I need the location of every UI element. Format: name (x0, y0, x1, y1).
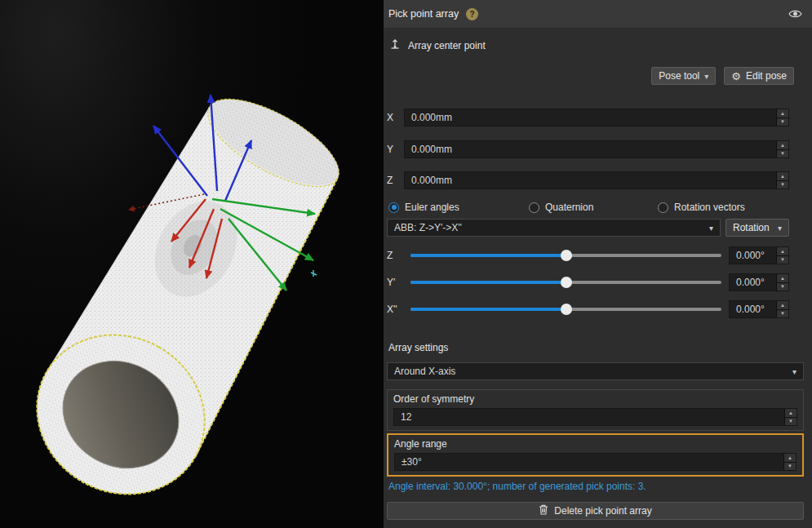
slider-handle[interactable] (561, 277, 572, 288)
spinner-up-icon[interactable]: ▲ (777, 172, 788, 180)
panel-body: Array center point Pose tool ▾ ⚙ Edit po… (384, 28, 812, 528)
rotation-mode-group: Euler angles Quaternion Rotation vectors (387, 202, 789, 213)
spinner-down-icon[interactable]: ▼ (777, 255, 788, 264)
x-double-prime-rotation-label: X'' (387, 304, 403, 315)
y-label: Y (387, 144, 397, 155)
angle-spinner: ▲ ▼ (783, 454, 796, 470)
slider-fill (410, 254, 566, 257)
section-title: Array center point (408, 40, 486, 51)
z-spinner: ▲ ▼ (776, 172, 788, 189)
y-position-input[interactable]: 0.000mm ▲ ▼ (404, 140, 789, 158)
order-spinner: ▲ ▼ (784, 409, 796, 425)
3d-viewport[interactable] (0, 0, 384, 528)
order-of-symmetry-input[interactable]: 12 ▲ ▼ (393, 408, 797, 426)
z-label: Z (387, 175, 397, 186)
z-rotation-slider[interactable] (410, 246, 721, 264)
spinner-up-icon[interactable]: ▲ (777, 247, 788, 255)
spinner-down-icon[interactable]: ▼ (777, 282, 788, 291)
y-prime-rotation-spinner: ▲ ▼ (776, 274, 788, 291)
y-position-row: Y 0.000mm ▲ ▼ (387, 140, 789, 158)
spinner-down-icon[interactable]: ▼ (784, 462, 796, 471)
edit-pose-label: Edit pose (746, 70, 787, 82)
panel-title: Pick point array (388, 8, 459, 20)
spinner-up-icon[interactable]: ▲ (785, 409, 796, 417)
eye-icon[interactable] (788, 9, 802, 19)
pose-tool-button[interactable]: Pose tool ▾ (651, 67, 716, 85)
euler-convention-select[interactable]: ABB: Z->Y'->X'' ▾ (387, 219, 721, 237)
trash-icon (539, 504, 548, 517)
edit-pose-button[interactable]: ⚙ Edit pose (724, 67, 794, 85)
z-rotation-input[interactable]: 0.000° ▲ ▼ (729, 246, 789, 264)
y-spinner: ▲ ▼ (776, 141, 788, 158)
radio-icon (658, 202, 668, 213)
z-rotation-label: Z (387, 250, 403, 261)
x-double-prime-rotation-slider[interactable] (410, 300, 721, 318)
pose-toolbar: Pose tool ▾ ⚙ Edit pose (387, 67, 794, 85)
x-double-prime-rotation-row: X'' 0.000° ▲ ▼ (387, 300, 789, 318)
array-axis-value: Around X-axis (394, 366, 792, 377)
z-rotation-value: 0.000° (730, 250, 776, 261)
delete-label: Delete pick point array (554, 505, 651, 517)
z-position-value: 0.000mm (405, 175, 776, 186)
spinner-down-icon[interactable]: ▼ (777, 309, 788, 318)
spinner-up-icon[interactable]: ▲ (777, 141, 788, 149)
radio-label: Quaternion (545, 202, 593, 213)
x-double-prime-rotation-spinner: ▲ ▼ (776, 301, 788, 317)
help-icon[interactable]: ? (466, 8, 478, 20)
slider-handle[interactable] (561, 250, 572, 261)
spinner-down-icon[interactable]: ▼ (777, 149, 788, 158)
chevron-down-icon: ▾ (778, 224, 782, 233)
chevron-down-icon: ▾ (704, 72, 708, 81)
spinner-up-icon[interactable]: ▲ (777, 109, 788, 118)
y-prime-rotation-label: Y' (387, 277, 403, 288)
chevron-down-icon: ▾ (792, 367, 796, 376)
y-prime-rotation-input[interactable]: 0.000° ▲ ▼ (729, 273, 789, 291)
array-center-point-icon (388, 38, 402, 54)
x-double-prime-rotation-value: 0.000° (730, 304, 776, 315)
delete-pick-point-array-button[interactable]: Delete pick point array (387, 502, 804, 520)
x-position-row: X 0.000mm ▲ ▼ (387, 109, 789, 126)
z-rotation-row: Z 0.000° ▲ ▼ (387, 246, 789, 264)
euler-convention-row: ABB: Z->Y'->X'' ▾ Rotation ▾ (387, 219, 789, 237)
y-prime-rotation-slider[interactable] (410, 273, 721, 291)
z-position-row: Z 0.000mm ▲ ▼ (387, 171, 789, 189)
viewport-canvas (0, 0, 384, 528)
z-rotation-spinner: ▲ ▼ (776, 247, 788, 264)
spinner-down-icon[interactable]: ▼ (777, 180, 788, 189)
slider-handle[interactable] (561, 304, 572, 315)
z-position-input[interactable]: 0.000mm ▲ ▼ (404, 171, 789, 189)
slider-fill (410, 281, 566, 284)
spinner-up-icon[interactable]: ▲ (777, 274, 788, 282)
spinner-up-icon[interactable]: ▲ (784, 454, 796, 462)
gear-icon: ⚙ (731, 71, 741, 82)
radio-rotation-vectors[interactable]: Rotation vectors (658, 202, 745, 213)
panel-header: Pick point array ? (384, 0, 812, 28)
app-window: Pick point array ? Ar (0, 0, 812, 528)
x-position-value: 0.000mm (405, 112, 776, 123)
x-position-input[interactable]: 0.000mm ▲ ▼ (404, 109, 789, 126)
y-prime-rotation-value: 0.000° (730, 277, 776, 288)
radio-icon (529, 202, 539, 213)
radio-euler-angles[interactable]: Euler angles (388, 202, 529, 213)
radio-icon (388, 202, 399, 213)
y-prime-rotation-row: Y' 0.000° ▲ ▼ (387, 273, 789, 291)
x-label: X (387, 112, 397, 123)
array-center-point-section: Array center point (387, 38, 804, 54)
array-axis-select[interactable]: Around X-axis ▾ (387, 362, 804, 380)
radio-quaternion[interactable]: Quaternion (529, 202, 658, 213)
chevron-down-icon: ▾ (709, 224, 713, 233)
angle-interval-info: Angle interval: 30.000°; number of gener… (387, 481, 804, 492)
spinner-down-icon[interactable]: ▼ (777, 118, 788, 126)
slider-fill (410, 308, 566, 311)
order-of-symmetry-label: Order of symmetry (393, 393, 797, 405)
angle-range-input[interactable]: ±30° ▲ ▼ (394, 453, 796, 471)
rotation-label: Rotation (733, 222, 770, 233)
angle-range-group: Angle range ±30° ▲ ▼ (387, 433, 804, 477)
rotation-button[interactable]: Rotation ▾ (725, 219, 789, 237)
order-of-symmetry-group: Order of symmetry 12 ▲ ▼ (387, 389, 804, 431)
spinner-down-icon[interactable]: ▼ (785, 417, 796, 426)
order-of-symmetry-value: 12 (394, 411, 784, 423)
radio-label: Euler angles (405, 202, 459, 213)
x-double-prime-rotation-input[interactable]: 0.000° ▲ ▼ (729, 300, 789, 318)
spinner-up-icon[interactable]: ▲ (777, 301, 788, 309)
